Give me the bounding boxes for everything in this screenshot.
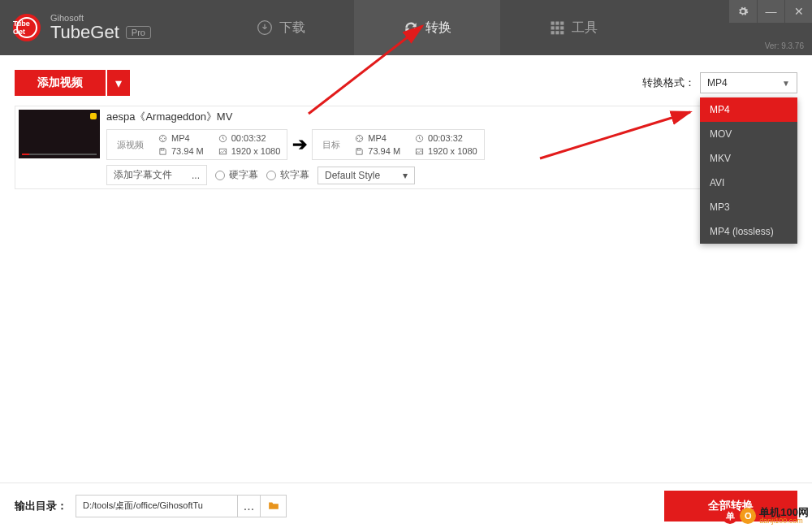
version-label: Ver: 9.3.76 [765,41,804,50]
svg-rect-24 [358,148,361,149]
dropdown-option-mov[interactable]: MOV [700,122,797,146]
dropdown-option-avi[interactable]: AVI [700,171,797,195]
output-path-field: D:/tools/桌面/office/GihosoftTu ... [76,495,287,517]
svg-point-14 [164,137,165,138]
minimize-button[interactable]: — [757,0,784,23]
svg-rect-4 [551,26,554,29]
arrow-right-icon: ➔ [292,134,307,155]
resolution-icon [218,147,227,156]
chevron-down-icon: ▼ [782,79,790,88]
svg-point-20 [359,140,360,141]
output-path-text: D:/tools/桌面/office/GihosoftTu [76,500,237,512]
hard-subtitle-radio[interactable]: 硬字幕 [215,168,258,182]
format-dropdown: MP4 MOV MKV AVI MP3 MP4 (lossless) [700,97,797,244]
window-controls: — ✕ [729,0,812,23]
svg-rect-8 [555,31,559,34]
svg-point-12 [162,140,163,141]
add-video-dropdown[interactable]: ▾ [107,70,130,96]
main-tabs: 下载 转换 工具 [208,0,646,55]
soft-subtitle-radio[interactable]: 软字幕 [266,168,309,182]
radio-icon [215,171,225,180]
clock-icon [415,134,424,143]
video-title: aespa《Armageddon》MV [106,110,793,124]
browse-button[interactable]: ... [237,496,260,517]
add-video-button[interactable]: 添加视频 [15,70,106,96]
download-icon [257,19,273,36]
pro-badge: Pro [126,26,151,39]
target-panel: 目标 MP4 00:03:32 73.94 M 1920 x 1080 [312,129,484,160]
open-folder-button[interactable] [260,496,286,517]
svg-point-13 [161,137,162,138]
format-label: 转换格式： [642,76,695,90]
disk-icon [158,147,167,156]
tab-convert[interactable]: 转换 [354,0,500,55]
subtitle-style-select[interactable]: Default Style▾ [317,167,415,184]
svg-rect-2 [555,22,559,25]
source-panel: 源视频 MP4 00:03:32 73.94 M 1920 x 1080 [106,129,287,160]
dropdown-option-mp4[interactable]: MP4 [700,97,797,122]
svg-rect-1 [551,22,554,25]
add-subtitle-button[interactable]: 添加字幕文件 ... [106,165,207,185]
settings-button[interactable] [729,0,757,23]
svg-point-22 [361,137,361,138]
footer: 输出目录： D:/tools/桌面/office/GihosoftTu ... … [0,483,812,528]
convert-icon [403,19,419,36]
radio-icon [266,171,276,180]
toolbar: 添加视频 ▾ 转换格式： MP4 ▼ [0,55,812,106]
watermark: 单O 单机100网danji100.com [722,507,809,525]
add-video-group: 添加视频 ▾ [15,70,130,96]
resolution-icon [415,147,424,156]
svg-rect-9 [560,31,564,34]
item-list: aespa《Armageddon》MV 源视频 MP4 00:03:32 73.… [0,106,812,189]
gear-icon [737,6,749,17]
chevron-down-icon: ▾ [403,170,408,181]
output-dir-label: 输出目录： [15,499,67,513]
app-logo: Tube Get [13,14,41,41]
titlebar: Tube Get Gihosoft TubeGet Pro 下载 转换 工具 —… [0,0,812,55]
grid-icon [549,19,565,36]
svg-rect-5 [555,26,559,29]
brand-block: Tube Get Gihosoft TubeGet Pro [0,13,151,42]
svg-point-11 [162,136,163,136]
dropdown-option-mp3[interactable]: MP3 [700,195,797,219]
svg-rect-6 [560,26,564,29]
clock-icon [218,134,227,143]
svg-point-21 [357,137,358,138]
svg-rect-16 [161,148,164,149]
brand-name: TubeGet [50,23,119,42]
film-icon [355,134,364,143]
svg-rect-7 [551,31,554,34]
dropdown-option-mp4lossless[interactable]: MP4 (lossless) [700,219,797,244]
close-button[interactable]: ✕ [784,0,812,23]
list-item[interactable]: aespa《Armageddon》MV 源视频 MP4 00:03:32 73.… [15,106,797,189]
video-thumbnail [19,110,100,158]
disk-icon [355,147,364,156]
folder-icon [268,500,279,510]
film-icon [158,134,167,143]
tab-tools[interactable]: 工具 [500,0,646,55]
dropdown-option-mkv[interactable]: MKV [700,146,797,171]
tab-download[interactable]: 下载 [208,0,354,55]
format-select[interactable]: MP4 ▼ [700,72,797,93]
svg-point-19 [359,136,360,136]
svg-rect-3 [560,22,564,25]
